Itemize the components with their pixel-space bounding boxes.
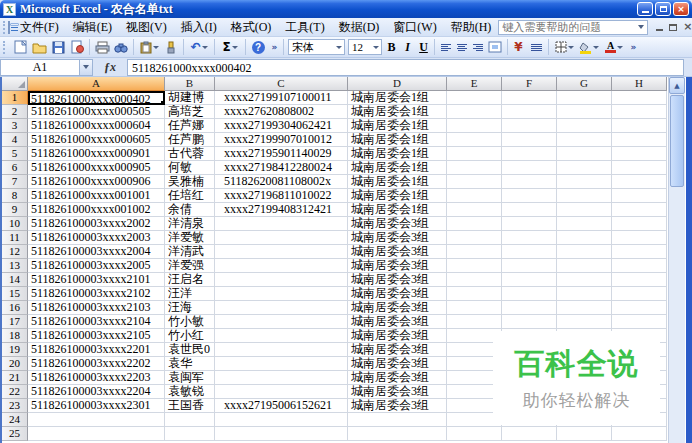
cell-B1[interactable]: 胡建博: [165, 91, 215, 105]
help-button[interactable]: ?: [249, 38, 267, 56]
cell-H25[interactable]: [612, 427, 667, 441]
cell-B15[interactable]: 汪洋: [165, 287, 215, 301]
cell-A11[interactable]: 511826100003xxxx2003: [28, 231, 165, 245]
cell-B21[interactable]: 袁闽军: [165, 371, 215, 385]
undo-button[interactable]: ↶: [187, 38, 211, 56]
cell-F4[interactable]: [502, 133, 557, 147]
row-header-4[interactable]: 4: [2, 133, 28, 147]
scrollbar-thumb[interactable]: [670, 95, 684, 187]
cell-A1[interactable]: 5118261000xxxx000402: [28, 91, 165, 105]
cell-A5[interactable]: 5118261000xxxx000901: [28, 147, 165, 161]
bold-button[interactable]: B: [384, 38, 399, 56]
cell-G1[interactable]: [557, 91, 612, 105]
cell-D6[interactable]: 城南居委会1组: [348, 161, 447, 175]
cell-C13[interactable]: [215, 259, 348, 273]
save-button[interactable]: [49, 38, 67, 56]
row-header-25[interactable]: 25: [2, 427, 28, 441]
help-question-input[interactable]: [499, 21, 635, 34]
cell-F6[interactable]: [502, 161, 557, 175]
cell-G5[interactable]: [557, 147, 612, 161]
cell-G17[interactable]: [557, 315, 612, 329]
row-header-2[interactable]: 2: [2, 105, 28, 119]
open-button[interactable]: [30, 38, 48, 56]
menu-help[interactable]: 帮助(H): [444, 17, 499, 38]
cell-D4[interactable]: 城南居委会1组: [348, 133, 447, 147]
italic-button[interactable]: I: [400, 38, 415, 56]
cell-F13[interactable]: [502, 259, 557, 273]
cell-A22[interactable]: 511826100003xxxx2204: [28, 385, 165, 399]
cell-A4[interactable]: 5118261000xxxx000605: [28, 133, 165, 147]
cell-E16[interactable]: [447, 301, 502, 315]
cell-H3[interactable]: [612, 119, 667, 133]
cell-H13[interactable]: [612, 259, 667, 273]
column-header-a[interactable]: A: [28, 77, 165, 91]
menu-file[interactable]: 文件(F): [13, 17, 66, 38]
row-header-9[interactable]: 9: [2, 203, 28, 217]
name-box-dropdown[interactable]: [79, 60, 92, 75]
cell-A12[interactable]: 511826100003xxxx2004: [28, 245, 165, 259]
cell-B5[interactable]: 古代蓉: [165, 147, 215, 161]
cell-B10[interactable]: 洋清泉: [165, 217, 215, 231]
cell-F17[interactable]: [502, 315, 557, 329]
formula-input[interactable]: 5118261000xxxx000402: [127, 59, 684, 76]
cell-B6[interactable]: 何敏: [165, 161, 215, 175]
menu-edit[interactable]: 编辑(E): [66, 17, 119, 38]
menu-window[interactable]: 窗口(W): [386, 17, 443, 38]
cell-H2[interactable]: [612, 105, 667, 119]
row-header-13[interactable]: 13: [2, 259, 28, 273]
cell-G9[interactable]: [557, 203, 612, 217]
autosum-dropdown-icon[interactable]: [232, 46, 238, 49]
cell-A24[interactable]: [28, 413, 165, 427]
cell-G25[interactable]: [557, 427, 612, 441]
cell-A16[interactable]: 511826100003xxxx2103: [28, 301, 165, 315]
cell-B11[interactable]: 洋爱敏: [165, 231, 215, 245]
cell-H8[interactable]: [612, 189, 667, 203]
cell-C23[interactable]: xxxx27195006152621: [215, 399, 348, 413]
toolbar-grip[interactable]: [3, 41, 7, 54]
cell-D20[interactable]: 城南居委会3组: [348, 357, 447, 371]
column-header-h[interactable]: H: [612, 77, 667, 91]
column-header-e[interactable]: E: [447, 77, 502, 91]
cell-B9[interactable]: 余倩: [165, 203, 215, 217]
vertical-scrollbar[interactable]: ▲: [668, 77, 685, 443]
cell-H17[interactable]: [612, 315, 667, 329]
cell-C15[interactable]: [215, 287, 348, 301]
cell-A14[interactable]: 511826100003xxxx2101: [28, 273, 165, 287]
cell-B25[interactable]: [165, 427, 215, 441]
cell-E4[interactable]: [447, 133, 502, 147]
cell-E8[interactable]: [447, 189, 502, 203]
row-header-5[interactable]: 5: [2, 147, 28, 161]
cell-G7[interactable]: [557, 175, 612, 189]
cell-C12[interactable]: [215, 245, 348, 259]
cell-C3[interactable]: xxxx27199304062421: [215, 119, 348, 133]
cell-D21[interactable]: 城南居委会3组: [348, 371, 447, 385]
cell-H15[interactable]: [612, 287, 667, 301]
cell-F3[interactable]: [502, 119, 557, 133]
paste-dropdown-icon[interactable]: [153, 46, 159, 49]
cell-F12[interactable]: [502, 245, 557, 259]
cell-G12[interactable]: [557, 245, 612, 259]
cell-B19[interactable]: 袁世民0: [165, 343, 215, 357]
cell-E15[interactable]: [447, 287, 502, 301]
row-header-21[interactable]: 21: [2, 371, 28, 385]
cell-C18[interactable]: [215, 329, 348, 343]
cell-C4[interactable]: xxxx27199907010012: [215, 133, 348, 147]
cell-A8[interactable]: 5118261000xxxx001001: [28, 189, 165, 203]
cell-B12[interactable]: 洋清武: [165, 245, 215, 259]
cell-C20[interactable]: [215, 357, 348, 371]
cell-E1[interactable]: [447, 91, 502, 105]
borders-dropdown-icon[interactable]: [568, 46, 574, 49]
menu-tools[interactable]: 工具(T): [278, 17, 331, 38]
cell-C6[interactable]: xxxx27198412280024: [215, 161, 348, 175]
cell-C21[interactable]: [215, 371, 348, 385]
cell-A15[interactable]: 511826100003xxxx2102: [28, 287, 165, 301]
cell-C2[interactable]: xxxx27620808002: [215, 105, 348, 119]
cell-A2[interactable]: 5118261000xxxx000505: [28, 105, 165, 119]
workbook-restore-icon[interactable]: [669, 24, 677, 31]
cell-E7[interactable]: [447, 175, 502, 189]
cell-C19[interactable]: [215, 343, 348, 357]
paste-options-button[interactable]: [137, 38, 161, 56]
cell-B3[interactable]: 任芦娜: [165, 119, 215, 133]
font-name-select[interactable]: 宋体: [288, 39, 345, 55]
cell-A3[interactable]: 5118261000xxxx000604: [28, 119, 165, 133]
